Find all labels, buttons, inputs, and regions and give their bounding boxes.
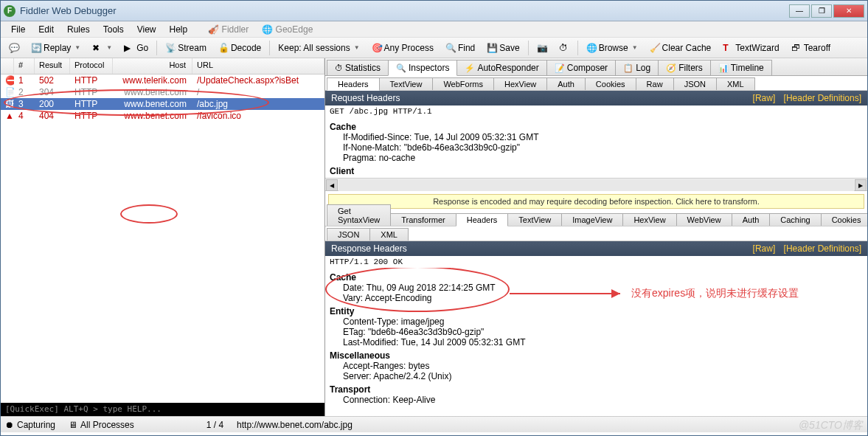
keep-sessions-dropdown[interactable]: Keep: All sessions▼ [273,40,364,56]
status-all-processes[interactable]: 🖥All Processes [69,420,134,430]
camera-icon: 📷 [537,43,547,53]
save-icon: 💾 [487,43,497,53]
resp-cache-section: Cache [330,272,863,283]
col-result[interactable]: Result [35,58,70,74]
window-title: Fiddler Web Debugger [20,5,789,16]
request-tabstrip: Headers TextView WebForms HexView Auth C… [325,76,867,91]
timer-button[interactable]: ⏱ [554,40,574,56]
menu-rules[interactable]: Rules [61,23,96,36]
tearoff-button[interactable]: 🗗Tearoff [786,40,836,56]
geoedge-link[interactable]: 🌐 GeoEdge [256,23,319,36]
status-capturing[interactable]: ⏺Capturing [5,420,55,430]
save-button[interactable]: 💾Save [482,40,524,56]
find-button[interactable]: 🔍Find [440,40,480,56]
col-url[interactable]: URL [192,58,324,74]
session-row[interactable]: ⛔ 1 502 HTTP www.telerik.com /UpdateChec… [1,75,324,86]
resptab-auth[interactable]: Auth [732,213,771,226]
reqtab-textview[interactable]: TextView [379,77,434,90]
status-bar: ⏺Capturing 🖥All Processes 1 / 4 http://w… [1,416,867,432]
processes-icon: 🖥 [69,420,77,430]
go-button[interactable]: ▶Go [119,40,153,56]
tearoff-icon: 🗗 [791,43,802,53]
stream-button[interactable]: 📡Stream [160,40,212,56]
reqtab-xml[interactable]: XML [716,77,755,90]
request-scrollbar[interactable]: ◀ ▶ [325,178,867,191]
reqtab-hexview[interactable]: HexView [493,77,547,90]
menu-file[interactable]: File [5,23,31,36]
resptab-headers[interactable]: Headers [456,213,509,226]
response-tabstrip: Get SyntaxView Transformer Headers TextV… [325,212,867,226]
decode-notice[interactable]: Response is encoded and may require deco… [328,194,864,209]
resptab-hexview[interactable]: HexView [622,213,676,226]
any-process-button[interactable]: 🎯Any Process [367,40,439,56]
resp-server: Server: Apache/2.4.2 (Unix) [330,371,863,381]
resp-vary: Vary: Accept-Encoding [330,293,863,303]
request-headers-panel-title: Request Headers [Raw] [Header Definition… [325,91,867,105]
col-protocol[interactable]: Protocol [70,58,113,74]
menu-tools[interactable]: Tools [97,23,130,36]
resptab-json[interactable]: JSON [327,228,370,241]
resptab-cookies[interactable]: Cookies [821,213,867,226]
browse-button[interactable]: 🌐Browse▼ [581,40,643,56]
replay-button[interactable]: 🔄Replay▼ [26,40,86,56]
session-icon: 🖼 [1,99,14,109]
session-icon: ▲ [1,111,14,121]
response-headerdefs-link[interactable]: [Header Definitions] [784,243,861,254]
minimize-button[interactable]: — [789,4,810,18]
col-num[interactable]: # [14,58,35,74]
comment-button[interactable]: 💬 [4,40,24,56]
clock-icon: ⏱ [559,43,569,53]
session-icon: 📄 [1,87,14,97]
request-headerdefs-link[interactable]: [Header Definitions] [784,93,861,103]
tab-log[interactable]: 📋 Log [615,60,659,75]
browse-icon: 🌐 [586,43,597,53]
remove-button[interactable]: ✖▼ [87,40,117,56]
clear-cache-button[interactable]: 🧹Clear Cache [645,40,717,56]
textwizard-button[interactable]: TTextWizard [718,40,784,56]
session-grid-body[interactable]: ⛔ 1 502 HTTP www.telerik.com /UpdateChec… [1,75,324,403]
tab-filters[interactable]: 🧭 Filters [658,60,711,75]
reqtab-cookies[interactable]: Cookies [585,77,636,90]
resptab-webview[interactable]: WebView [676,213,732,226]
scroll-left-icon[interactable]: ◀ [326,179,338,191]
reqtab-webforms[interactable]: WebForms [432,77,494,90]
remove-icon: ✖ [92,43,103,53]
col-host[interactable]: Host [113,58,192,74]
tab-autoresponder[interactable]: ⚡ AutoResponder [456,60,546,75]
session-grid-header: # Result Protocol Host URL [1,58,324,75]
decode-button[interactable]: 🔓Decode [213,40,266,56]
tab-timeline[interactable]: 📊 Timeline [710,60,772,75]
tab-inspectors[interactable]: 🔍 Inspectors [388,60,457,76]
reqtab-auth[interactable]: Auth [546,77,586,90]
resptab-imageview[interactable]: ImageView [561,213,623,226]
menu-edit[interactable]: Edit [32,23,60,36]
resptab-syntaxview[interactable]: Get SyntaxView [327,204,391,226]
response-raw-link[interactable]: [Raw] [753,243,776,254]
menu-view[interactable]: View [131,23,162,36]
reqtab-raw[interactable]: Raw [636,77,674,90]
quickexec-bar[interactable]: [QuickExec] ALT+Q > type HELP... [1,403,324,416]
req-if-modified-since: If-Modified-Since: Tue, 14 Jul 2009 05:3… [330,132,863,142]
fiddler-brand-link[interactable]: 🎻 Fiddler [202,23,254,36]
tab-statistics[interactable]: ⏱ Statistics [327,60,389,75]
tab-composer[interactable]: 📝 Composer [546,60,616,75]
resptab-textview[interactable]: TextView [507,213,562,226]
menu-bar: File Edit Rules Tools View Help 🎻 Fiddle… [1,21,867,38]
session-row[interactable]: 📄 2 304 HTTP www.benet.com / [1,86,324,98]
screenshot-button[interactable]: 📷 [532,40,552,56]
reqtab-headers[interactable]: Headers [327,77,380,91]
main-toolbar: 💬 🔄Replay▼ ✖▼ ▶Go 📡Stream 🔓Decode Keep: … [1,38,867,58]
resptab-caching[interactable]: Caching [769,213,821,226]
menu-help[interactable]: Help [164,23,194,36]
resptab-transformer[interactable]: Transformer [390,213,456,226]
session-row-selected[interactable]: 🖼 3 200 HTTP www.benet.com /abc.jpg [1,98,324,110]
watermark: @51CTO博客 [799,419,863,432]
close-button[interactable]: ✕ [833,4,864,18]
resptab-xml[interactable]: XML [369,228,409,241]
reqtab-json[interactable]: JSON [673,77,717,90]
request-raw-link[interactable]: [Raw] [753,93,776,103]
request-headers-body: Cache If-Modified-Since: Tue, 14 Jul 200… [325,117,867,178]
maximize-button[interactable]: ❐ [811,4,832,18]
session-row[interactable]: ▲ 4 404 HTTP www.benet.com /favicon.ico [1,110,324,122]
scroll-right-icon[interactable]: ▶ [855,179,867,191]
